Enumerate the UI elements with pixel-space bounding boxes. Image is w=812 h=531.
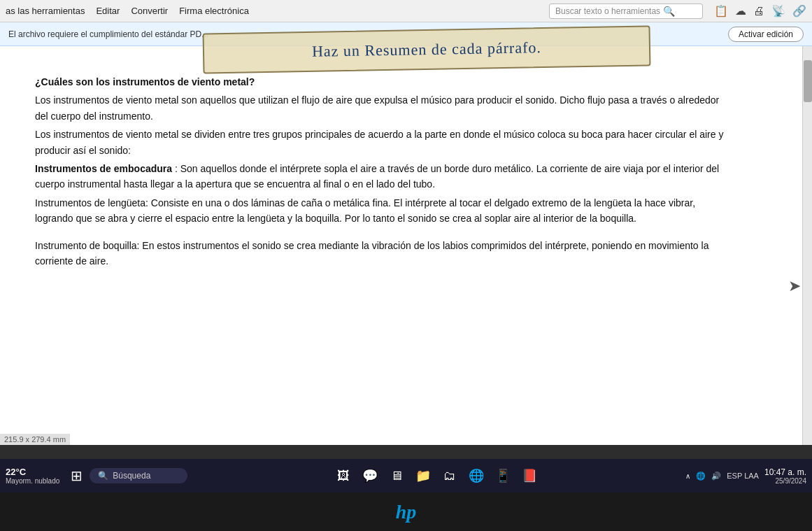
menu-herramientas[interactable]: as las herramientas (6, 6, 85, 16)
page-size-indicator: 215.9 x 279.4 mm (0, 434, 70, 445)
taskbar-volume-icon[interactable]: 🔊 (711, 472, 721, 481)
search-label: Buscar texto o herramientas (555, 6, 660, 16)
notif-text: El archivo requiere el cumplimiento del … (8, 29, 208, 39)
cloud-icon[interactable]: ☁ (735, 4, 746, 17)
document-area: ¿Cuáles son los instrumentos de viento m… (0, 46, 812, 445)
doc-para-5: Instrumento de boquilla: En estos instru… (35, 238, 734, 269)
taskbar-folder-icon[interactable]: 📁 (412, 465, 434, 487)
windows-start-button[interactable]: ⊞ (71, 467, 83, 484)
taskbar-browser-icon[interactable]: 🌐 (465, 465, 487, 487)
menu-firma[interactable]: Firma electrónica (179, 6, 249, 16)
taskbar-search-bar[interactable]: 🔍 Búsqueda (90, 468, 187, 483)
hp-logo-area: hp (0, 493, 812, 531)
taskbar-search-icon: 🔍 (98, 471, 108, 481)
taskbar-search-label: Búsqueda (113, 471, 150, 481)
taskbar-date: 25/9/2024 (764, 477, 806, 485)
doc-para-2: Los instrumentos de viento metal se divi… (35, 127, 734, 158)
menu-editar[interactable]: Editar (96, 6, 120, 16)
handwritten-text: Haz un Resumen de cada párrafo. (312, 38, 541, 61)
clipboard-icon[interactable]: 📋 (714, 4, 728, 17)
taskbar-photo-icon[interactable]: 🖼 (332, 465, 355, 487)
menu-bar: as las herramientas Editar Convertir Fir… (0, 0, 812, 22)
top-icons: 📋 ☁ 🖨 📡 🔗 (714, 4, 806, 17)
doc-embocadura-label: Instrumentos de embocadura (35, 163, 172, 174)
cursor-arrow: ➤ (788, 277, 801, 295)
doc-para-3: Instrumentos de embocadura : Son aquello… (35, 161, 734, 192)
taskbar-chevron-icon[interactable]: ∧ (685, 472, 690, 480)
taskbar-weather: 22°C Mayorm. nublado (6, 467, 59, 485)
taskbar-chat-icon[interactable]: 💬 (359, 465, 381, 487)
handwritten-note: Haz un Resumen de cada párrafo. (203, 25, 651, 73)
taskbar: 22°C Mayorm. nublado ⊞ 🔍 Búsqueda 🖼 💬 🖥 … (0, 459, 812, 493)
taskbar-whatsapp-icon[interactable]: 📱 (492, 465, 514, 487)
link-icon[interactable]: 🔗 (792, 4, 806, 17)
doc-title: ¿Cuáles son los instrumentos de viento m… (35, 74, 734, 90)
weather-temperature: 22°C (6, 467, 26, 477)
taskbar-files-icon[interactable]: 🗂 (439, 465, 461, 487)
taskbar-datetime: 10:47 a. m. 25/9/2024 (764, 467, 806, 485)
doc-para-4: Instrumentos de lengüeta: Consiste en un… (35, 195, 734, 227)
signal-icon[interactable]: 📡 (771, 4, 785, 17)
taskbar-language: ESP LAA (727, 472, 759, 480)
taskbar-app-icons: 🖼 💬 🖥 📁 🗂 🌐 📱 📕 (192, 465, 681, 487)
menu-convertir[interactable]: Convertir (131, 6, 168, 16)
search-icon: 🔍 (663, 6, 675, 17)
hp-logo: hp (396, 501, 417, 523)
taskbar-pdf-icon[interactable]: 📕 (518, 465, 541, 487)
scroll-thumb[interactable] (804, 60, 812, 102)
taskbar-right-section: ∧ 🌐 🔊 ESP LAA 10:47 a. m. 25/9/2024 (685, 467, 806, 485)
activate-edition-button[interactable]: Activar edición (728, 27, 804, 42)
search-bar[interactable]: Buscar texto o herramientas 🔍 (549, 3, 703, 19)
taskbar-time: 10:47 a. m. (764, 467, 806, 477)
doc-lengüeta-text: Instrumentos de lengüeta: Consiste en un… (35, 197, 695, 224)
document-content: ¿Cuáles son los instrumentos de viento m… (0, 46, 769, 285)
doc-para-1: Los instrumentos de viento metal son aqu… (35, 92, 734, 124)
taskbar-monitor-icon[interactable]: 🖥 (385, 465, 408, 487)
print-icon[interactable]: 🖨 (753, 5, 764, 17)
taskbar-network-icon[interactable]: 🌐 (696, 472, 706, 481)
weather-condition: Mayorm. nublado (6, 477, 59, 485)
scrollbar[interactable] (802, 46, 812, 445)
